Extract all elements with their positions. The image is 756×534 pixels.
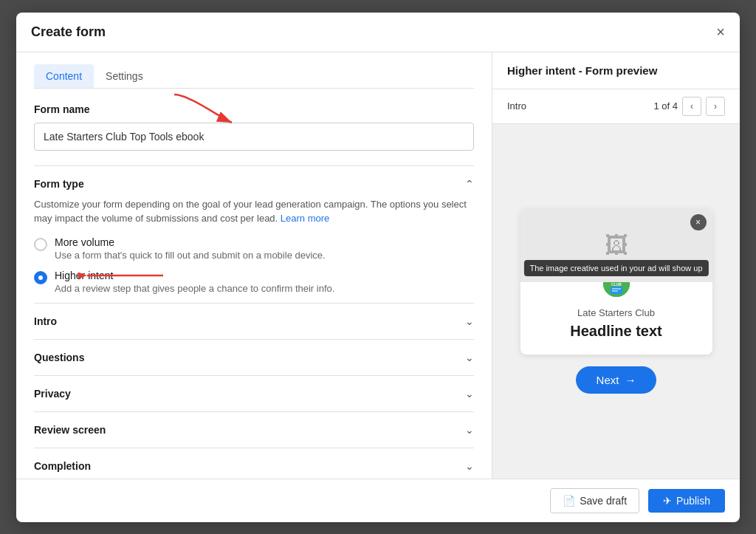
radio-more-volume-text: More volume Use a form that's quick to f… bbox=[55, 236, 326, 261]
save-draft-label: Save draft bbox=[580, 495, 627, 507]
accordion-questions-chevron: ⌄ bbox=[465, 352, 474, 363]
form-name-input[interactable] bbox=[34, 123, 474, 151]
modal-overlay: Create form × Content Settings Form name bbox=[0, 0, 756, 534]
accordion-completion[interactable]: Completion ⌄ bbox=[34, 448, 474, 479]
preview-area: 🖼 The image creative used in your ad wil… bbox=[492, 124, 740, 479]
modal-body: Content Settings Form name bbox=[16, 52, 740, 479]
form-type-header[interactable]: Form type ⌃ bbox=[34, 165, 474, 197]
form-type-description: Customize your form depending on the goa… bbox=[34, 197, 474, 226]
form-name-section: Form name bbox=[34, 103, 474, 151]
form-type-section: Form type ⌃ Customize your form dependin… bbox=[34, 165, 474, 294]
create-form-modal: Create form × Content Settings Form name bbox=[16, 13, 740, 522]
next-button-label: Next bbox=[597, 374, 619, 386]
preview-header: Higher intent - Form preview bbox=[492, 52, 740, 89]
radio-higher-intent-label: Higher intent bbox=[55, 270, 334, 281]
preview-card-body: Late Starters Club Headline text bbox=[520, 304, 712, 355]
publish-label: Publish bbox=[676, 495, 710, 507]
save-draft-button[interactable]: 📄 Save draft bbox=[550, 488, 639, 513]
svg-text:CLUB: CLUB bbox=[611, 282, 622, 287]
accordion-completion-chevron: ⌄ bbox=[465, 460, 474, 472]
accordion-intro-chevron: ⌄ bbox=[465, 315, 474, 327]
form-type-chevron: ⌃ bbox=[465, 178, 474, 190]
svg-rect-5 bbox=[611, 287, 622, 294]
preview-step-label: Intro bbox=[507, 100, 526, 112]
preview-image-area: 🖼 The image creative used in your ad wil… bbox=[520, 208, 712, 282]
preview-headline: Headline text bbox=[535, 323, 698, 340]
preview-title: Higher intent - Form preview bbox=[507, 64, 657, 77]
accordion-privacy[interactable]: Privacy ⌄ bbox=[34, 375, 474, 411]
next-button[interactable]: Next → bbox=[576, 366, 657, 394]
close-button[interactable]: × bbox=[716, 24, 725, 39]
radio-more-volume-circle[interactable] bbox=[34, 238, 47, 251]
form-name-label: Form name bbox=[34, 103, 474, 115]
publish-button[interactable]: ✈ Publish bbox=[648, 489, 725, 513]
accordion-container: Intro ⌄ Questions ⌄ Privacy ⌄ Review scr… bbox=[34, 303, 474, 479]
modal-header: Create form × bbox=[16, 13, 740, 52]
accordion-completion-label: Completion bbox=[34, 460, 91, 472]
left-panel: Content Settings Form name bbox=[16, 52, 492, 479]
preview-nav: Intro 1 of 4 ‹ › bbox=[492, 89, 740, 124]
accordion-review-screen[interactable]: Review screen ⌄ bbox=[34, 411, 474, 448]
radio-more-volume-sublabel: Use a form that's quick to fill out and … bbox=[55, 250, 326, 261]
right-panel: Higher intent - Form preview Intro 1 of … bbox=[492, 52, 740, 479]
image-placeholder-icon: 🖼 bbox=[605, 232, 628, 259]
tab-settings[interactable]: Settings bbox=[94, 64, 155, 88]
publish-icon: ✈ bbox=[663, 495, 672, 507]
form-type-title: Form type bbox=[34, 178, 84, 190]
preview-pagination: 1 of 4 ‹ › bbox=[653, 97, 725, 116]
accordion-privacy-chevron: ⌄ bbox=[465, 388, 474, 400]
image-tooltip: The image creative used in your ad will … bbox=[523, 260, 708, 276]
accordion-review-label: Review screen bbox=[34, 424, 106, 436]
accordion-questions-label: Questions bbox=[34, 352, 84, 363]
tab-content[interactable]: Content bbox=[34, 64, 94, 88]
tabs-container: Content Settings bbox=[34, 52, 474, 89]
accordion-questions[interactable]: Questions ⌄ bbox=[34, 339, 474, 375]
save-draft-icon: 📄 bbox=[563, 495, 575, 507]
radio-more-volume-label: More volume bbox=[55, 236, 326, 248]
radio-higher-intent-circle[interactable] bbox=[34, 271, 47, 284]
prev-page-button[interactable]: ‹ bbox=[682, 97, 701, 116]
accordion-intro-label: Intro bbox=[34, 315, 57, 327]
next-page-button[interactable]: › bbox=[706, 97, 725, 116]
radio-higher-intent-sublabel: Add a review step that gives people a ch… bbox=[55, 283, 334, 294]
accordion-privacy-label: Privacy bbox=[34, 388, 71, 400]
preview-card: 🖼 The image creative used in your ad wil… bbox=[520, 208, 712, 355]
radio-higher-intent-text: Higher intent Add a review step that giv… bbox=[55, 270, 334, 294]
radio-more-volume[interactable]: More volume Use a form that's quick to f… bbox=[34, 236, 474, 261]
modal-title: Create form bbox=[31, 24, 106, 40]
accordion-intro[interactable]: Intro ⌄ bbox=[34, 303, 474, 339]
accordion-review-chevron: ⌄ bbox=[465, 424, 474, 436]
next-arrow-icon: → bbox=[625, 374, 636, 386]
preview-org-name: Late Starters Club bbox=[535, 307, 698, 318]
modal-footer: 📄 Save draft ✈ Publish bbox=[16, 479, 740, 522]
preview-close-button[interactable]: × bbox=[690, 214, 707, 230]
preview-page-info: 1 of 4 bbox=[653, 100, 678, 112]
learn-more-link[interactable]: Learn more bbox=[281, 213, 329, 224]
radio-higher-intent[interactable]: Higher intent Add a review step that giv… bbox=[34, 270, 474, 294]
